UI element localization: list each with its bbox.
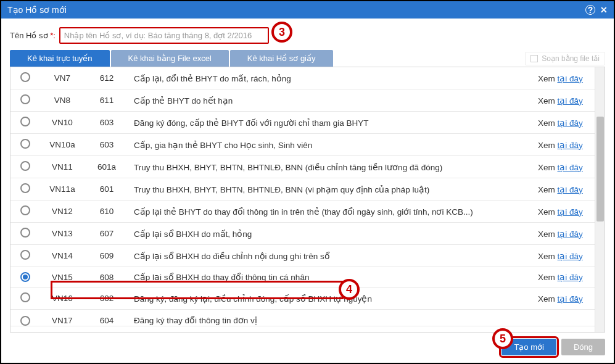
view-label: Xem (538, 230, 558, 239)
row-number: 602 (85, 287, 129, 310)
table-row[interactable]: VN7612Cấp lại, đổi thẻ BHYT do mất, rách… (10, 67, 595, 89)
row-link-cell: Xem tại đây (533, 245, 595, 267)
row-desc: Đăng ký đóng, cấp thẻ BHYT đối với người… (129, 112, 533, 134)
row-code: VN16 (40, 287, 85, 310)
row-desc: Truy thu BHXH, BHYT, BHTN, BHTNLĐ, BNN (… (129, 156, 533, 178)
table-row[interactable]: VN12610Cấp lại thẻ BHYT do thay đổi thôn… (10, 201, 595, 223)
scrollbar-thumb[interactable] (596, 117, 604, 221)
row-radio[interactable] (20, 228, 30, 238)
table-row[interactable]: VN11601aTruy thu BHXH, BHYT, BHTN, BHTNL… (10, 156, 595, 178)
row-code: VN14 (40, 245, 85, 267)
view-here-link[interactable]: tại đây (558, 163, 583, 172)
row-radio[interactable] (20, 250, 30, 260)
row-number: 609 (85, 245, 129, 267)
row-number: 610 (85, 201, 129, 223)
step-badge-3: 3 (271, 22, 292, 43)
row-link-cell: Xem tại đây (533, 156, 595, 178)
view-label: Xem (538, 207, 558, 217)
row-code: VN11a (40, 178, 85, 201)
view-here-link[interactable]: tại đây (558, 185, 583, 194)
row-link-cell: Xem tại đây (533, 267, 595, 287)
row-code: VN8 (40, 89, 85, 112)
row-number: 601 (85, 178, 129, 201)
view-here-link[interactable]: tại đây (558, 118, 583, 128)
table-row[interactable]: VN8611Cấp thẻ BHYT do hết hạnXem tại đây (10, 89, 595, 112)
view-label: Xem (538, 163, 558, 172)
procedure-table-wrap: VN7612Cấp lại, đổi thẻ BHYT do mất, rách… (10, 67, 605, 333)
record-name-input[interactable] (59, 27, 269, 44)
row-desc: Cấp lại, đổi thẻ BHYT do mất, rách, hỏng (129, 67, 533, 89)
row-desc: Cấp thẻ BHYT do hết hạn (129, 89, 533, 112)
table-row[interactable]: VN11a601Truy thu BHXH, BHYT, BHTN, BHTNL… (10, 178, 595, 201)
row-radio[interactable] (20, 72, 30, 82)
row-number: 603 (85, 134, 129, 156)
row-link-cell: Xem tại đây (533, 112, 595, 134)
table-row[interactable]: VN13607Cấp lại sổ BHXH do mất, hỏngXem t… (10, 223, 595, 245)
row-radio[interactable] (20, 161, 30, 171)
step-badge-5: 5 (492, 328, 513, 349)
file-type-hint-label: Soạn bằng file tải (542, 54, 600, 63)
table-row[interactable]: VN17604Đăng ký thay đổi thông tin đơn vị (10, 310, 595, 326)
view-here-link[interactable]: tại đây (558, 96, 583, 105)
row-code: VN10a (40, 134, 85, 156)
file-type-hint[interactable]: Soạn bằng file tải (525, 52, 605, 65)
view-here-link[interactable]: tại đây (558, 252, 583, 261)
row-desc: Truy thu BHXH, BHYT, BHTN, BHTNLĐ, BNN (… (129, 178, 533, 201)
view-here-link[interactable]: tại đây (558, 74, 583, 83)
row-desc: Cấp, gia hạn thẻ BHYT cho Học sinh, Sinh… (129, 134, 533, 156)
row-radio[interactable] (20, 205, 30, 215)
row-code: VN11 (40, 156, 85, 178)
view-label: Xem (538, 273, 558, 282)
view-label: Xem (538, 118, 558, 128)
row-number: 607 (85, 223, 129, 245)
close-icon[interactable]: ✕ (600, 5, 608, 15)
view-here-link[interactable]: tại đây (558, 294, 583, 304)
table-row[interactable]: VN16602Đăng ký, đăng ký lại, điều chỉnh … (10, 287, 595, 310)
table-row[interactable]: VN15608Cấp lại sổ BHXH do thay đổi thông… (10, 267, 595, 287)
dialog-title: Tạo Hồ sơ mới (7, 5, 67, 15)
close-button[interactable]: Đóng (561, 339, 605, 355)
table-row[interactable]: VN10a603Cấp, gia hạn thẻ BHYT cho Học si… (10, 134, 595, 156)
row-radio[interactable] (20, 139, 30, 149)
row-number: 601a (85, 156, 129, 178)
view-label: Xem (538, 294, 558, 304)
step-badge-4: 4 (339, 279, 360, 300)
row-desc: Cấp lại thẻ BHYT do thay đổi thông tin i… (129, 201, 533, 223)
tab-paper[interactable]: Kê khai Hồ sơ giấy (230, 50, 333, 67)
checkbox-icon (530, 55, 538, 62)
row-link-cell: Xem tại đây (533, 201, 595, 223)
tab-excel[interactable]: Kê khai bằng File excel (111, 50, 229, 67)
row-link-cell: Xem tại đây (533, 67, 595, 89)
required-star: *: (50, 31, 56, 40)
row-radio[interactable] (20, 94, 30, 104)
row-number: 604 (85, 310, 129, 326)
row-code: VN17 (40, 310, 85, 326)
row-code: VN13 (40, 223, 85, 245)
row-number: 612 (85, 67, 129, 89)
row-desc: Cấp lại sổ BHXH do điều chỉnh nội dung g… (129, 245, 533, 267)
help-icon[interactable]: ? (585, 5, 595, 15)
row-radio[interactable] (20, 183, 30, 193)
view-label: Xem (538, 141, 558, 150)
row-radio[interactable] (20, 272, 30, 282)
row-radio[interactable] (20, 292, 30, 302)
scrollbar[interactable] (595, 67, 605, 332)
row-link-cell: Xem tại đây (533, 223, 595, 245)
view-here-link[interactable]: tại đây (558, 230, 583, 239)
row-link-cell: Xem tại đây (533, 287, 595, 310)
table-row[interactable]: VN10603Đăng ký đóng, cấp thẻ BHYT đối vớ… (10, 112, 595, 134)
row-number: 608 (85, 267, 129, 287)
row-radio[interactable] (20, 316, 30, 326)
procedure-table: VN7612Cấp lại, đổi thẻ BHYT do mất, rách… (10, 67, 595, 326)
tab-online[interactable]: Kê khai trực tuyến (10, 50, 110, 67)
row-code: VN12 (40, 201, 85, 223)
view-label: Xem (538, 185, 558, 194)
view-here-link[interactable]: tại đây (558, 207, 583, 217)
view-here-link[interactable]: tại đây (558, 273, 583, 282)
view-here-link[interactable]: tại đây (558, 141, 583, 150)
row-link-cell: Xem tại đây (533, 178, 595, 201)
row-radio[interactable] (20, 117, 30, 126)
view-label: Xem (538, 252, 558, 261)
table-row[interactable]: VN14609Cấp lại sổ BHXH do điều chỉnh nội… (10, 245, 595, 267)
row-number: 603 (85, 112, 129, 134)
